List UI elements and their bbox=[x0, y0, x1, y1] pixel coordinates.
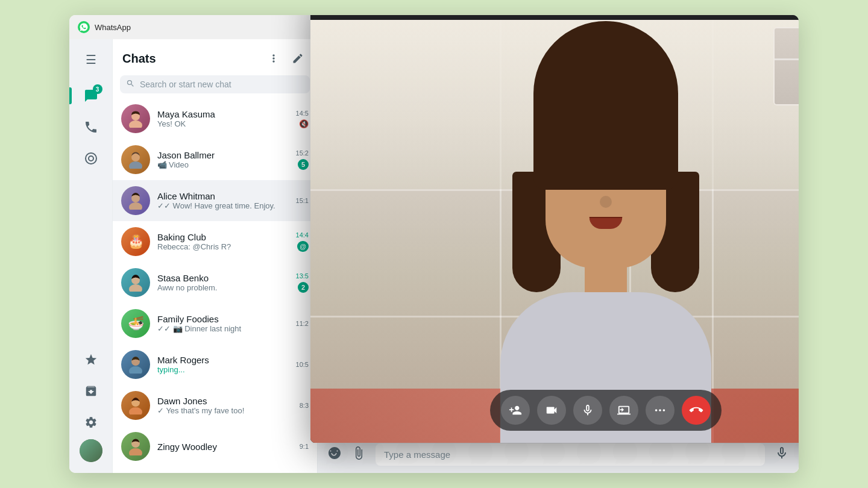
header-icons bbox=[264, 49, 307, 68]
chat-item-family-foodies[interactable]: 🍜 Family Foodies ✓✓ 📷 Dinner last night … bbox=[113, 303, 317, 344]
sidebar-menu-icon[interactable]: ☰ bbox=[77, 45, 105, 74]
chat-avatar bbox=[121, 145, 150, 174]
contact-name: Dawn Jones bbox=[157, 396, 292, 406]
chat-time: 9:1 bbox=[300, 443, 309, 450]
contact-name: Family Foodies bbox=[157, 314, 289, 324]
chat-time: 8:3 bbox=[300, 402, 309, 409]
contact-name: Alice Whitman bbox=[157, 191, 289, 201]
chats-title: Chats bbox=[122, 52, 156, 66]
mic-toggle-button[interactable] bbox=[573, 396, 602, 425]
new-chat-button[interactable] bbox=[288, 49, 307, 68]
app-window: WhatsApp — □ ✕ ☰ 3 bbox=[69, 15, 799, 473]
sidebar-settings-icon[interactable] bbox=[77, 408, 105, 437]
chat-item-jason-ballmer[interactable]: Jason Ballmer 📹 Video 15:2 5 bbox=[113, 139, 317, 180]
svg-point-12 bbox=[129, 366, 142, 374]
chat-list-panel: Chats bbox=[113, 39, 318, 473]
video-toggle-button[interactable] bbox=[537, 396, 566, 425]
more-options-button[interactable] bbox=[646, 396, 675, 425]
video-call-window: Susanna Davis 🔒 End-to-end endcrypted — … bbox=[310, 15, 799, 443]
svg-point-4 bbox=[129, 120, 142, 128]
chat-item-alice-whitman[interactable]: Alice Whitman ✓✓ Wow! Have great time. E… bbox=[113, 180, 317, 221]
chat-meta: 14:5 🔇 bbox=[296, 110, 309, 128]
contact-name: Baking Club bbox=[157, 232, 289, 242]
svg-point-2 bbox=[89, 156, 93, 161]
menu-dots-button[interactable] bbox=[264, 49, 283, 68]
chat-meta: 15:1 bbox=[296, 197, 309, 204]
message-preview: 📹 Video bbox=[157, 160, 289, 169]
contact-name: Zingy Woodley bbox=[157, 442, 292, 452]
user-avatar[interactable] bbox=[80, 439, 102, 462]
chat-item-zingy-woodley[interactable]: Zingy Woodley 9:1 bbox=[113, 426, 317, 467]
chat-avatar bbox=[121, 104, 150, 133]
svg-point-16 bbox=[129, 448, 142, 455]
svg-point-21 bbox=[663, 409, 665, 411]
window-line bbox=[775, 58, 799, 60]
chat-avatar: 🍜 bbox=[121, 309, 150, 338]
chat-meta: 13:5 2 bbox=[296, 272, 309, 293]
chat-info: Family Foodies ✓✓ 📷 Dinner last night bbox=[157, 314, 289, 333]
nose bbox=[600, 196, 612, 208]
svg-point-14 bbox=[129, 407, 142, 414]
svg-point-20 bbox=[659, 409, 661, 411]
search-icon bbox=[126, 79, 135, 90]
unread-badge: @ bbox=[297, 241, 309, 252]
chat-item-maya-kasuma[interactable]: Maya Kasuma Yes! OK 14:5 🔇 bbox=[113, 98, 317, 139]
sidebar-starred-icon[interactable] bbox=[77, 345, 105, 374]
sidebar-archive-icon[interactable] bbox=[77, 377, 105, 405]
contact-name: Mark Rogers bbox=[157, 355, 289, 365]
sidebar-chats-icon[interactable]: 3 bbox=[77, 81, 105, 110]
chat-list-items: Maya Kasuma Yes! OK 14:5 🔇 bbox=[113, 98, 317, 473]
contact-name: Maya Kasuma bbox=[157, 109, 289, 119]
screen-share-button[interactable] bbox=[609, 396, 638, 425]
svg-point-10 bbox=[129, 284, 142, 292]
chat-avatar bbox=[121, 350, 150, 379]
chat-item-baking-club[interactable]: 🎂 Baking Club Rebecca: @Chris R? 14:4 @ bbox=[113, 221, 317, 262]
chat-time: 13:5 bbox=[296, 272, 309, 280]
svg-point-6 bbox=[129, 161, 142, 169]
whatsapp-logo-icon bbox=[78, 21, 90, 33]
chat-item-mark-rogers[interactable]: Mark Rogers typing... 10:5 bbox=[113, 344, 317, 385]
message-preview: ✓✓ Wow! Have great time. Enjoy. bbox=[157, 201, 289, 210]
video-icon: 📹 bbox=[157, 160, 167, 169]
vcall-video-area bbox=[310, 20, 799, 443]
chat-meta: 8:3 bbox=[300, 402, 309, 409]
main-caller-figure bbox=[461, 51, 750, 443]
chat-meta: 10:5 bbox=[296, 361, 309, 368]
chat-list-header: Chats bbox=[113, 39, 317, 73]
icon-sidebar: ☰ 3 bbox=[69, 39, 113, 473]
sidebar-status-icon[interactable] bbox=[77, 144, 105, 173]
chat-avatar: 🎂 bbox=[121, 227, 150, 256]
chat-info: Jason Ballmer 📹 Video bbox=[157, 150, 289, 169]
chat-info: Stasa Benko Aww no problem. bbox=[157, 273, 289, 292]
chat-meta: 14:4 @ bbox=[296, 231, 309, 252]
svg-point-1 bbox=[86, 153, 96, 164]
unread-badge: 5 bbox=[298, 159, 309, 170]
message-preview: Yes! OK bbox=[157, 119, 289, 128]
message-preview: ✓✓ 📷 Dinner last night bbox=[157, 324, 289, 333]
chat-item-stasa-benko[interactable]: Stasa Benko Aww no problem. 13:5 2 bbox=[113, 262, 317, 303]
chat-avatar bbox=[121, 391, 150, 420]
chat-avatar bbox=[121, 186, 150, 215]
chats-badge: 3 bbox=[93, 84, 102, 94]
add-person-button[interactable] bbox=[501, 396, 530, 425]
end-call-button[interactable] bbox=[682, 396, 711, 425]
svg-point-8 bbox=[129, 202, 142, 210]
mouth bbox=[590, 217, 623, 229]
sidebar-top: ☰ 3 bbox=[77, 45, 105, 345]
chat-info: Baking Club Rebecca: @Chris R? bbox=[157, 232, 289, 251]
contact-name: Jason Ballmer bbox=[157, 150, 289, 160]
sidebar-bottom bbox=[77, 345, 105, 467]
search-input[interactable] bbox=[140, 80, 304, 89]
hair bbox=[533, 21, 678, 190]
sidebar-calls-icon[interactable] bbox=[77, 113, 105, 142]
vcall-titlebar: Susanna Davis 🔒 End-to-end endcrypted — … bbox=[310, 15, 799, 20]
chat-info: Alice Whitman ✓✓ Wow! Have great time. E… bbox=[157, 191, 289, 210]
self-view-background bbox=[775, 28, 799, 104]
unread-badge: 2 bbox=[298, 282, 309, 293]
chat-item-dawn-jones[interactable]: Dawn Jones ✓ Yes that's my fave too! 8:3 bbox=[113, 385, 317, 426]
self-caller-figure bbox=[797, 30, 799, 102]
chat-time: 14:4 bbox=[296, 231, 309, 239]
chat-time: 10:5 bbox=[296, 361, 309, 368]
chat-info: Zingy Woodley bbox=[157, 442, 292, 452]
message-preview: ✓ Yes that's my fave too! bbox=[157, 406, 292, 415]
